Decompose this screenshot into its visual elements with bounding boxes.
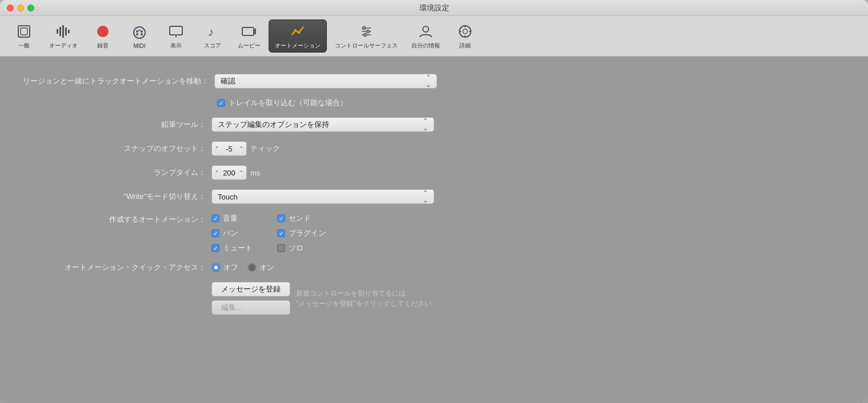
automation-item-mute: ✓ ミュート — [211, 243, 260, 253]
minimize-button[interactable] — [17, 5, 24, 11]
note-line1: 新規コントロールを割り当てるには — [296, 288, 431, 298]
toolbar: 一般 オーディオ 録音 MIDI 表示 — [0, 16, 868, 57]
tab-midi-label: MIDI — [133, 43, 145, 49]
svg-point-30 — [463, 29, 467, 34]
svg-rect-1 — [21, 28, 27, 35]
edit-button[interactable]: 編集... — [211, 300, 290, 315]
register-message-button[interactable]: メッセージを登録 — [211, 282, 290, 297]
pencil-tool-select[interactable]: ステップ編集のオプションを保持 ⌃⌄ — [211, 117, 434, 132]
svg-point-13 — [141, 33, 143, 35]
checkbox-solo[interactable] — [277, 244, 285, 252]
record-icon — [94, 22, 112, 41]
svg-rect-6 — [68, 30, 70, 33]
radio-off-button[interactable] — [211, 263, 221, 272]
chevron-icon: ⌃⌄ — [426, 74, 431, 89]
tab-score[interactable]: ♪ スコア — [195, 20, 230, 52]
svg-point-26 — [366, 30, 370, 33]
automation-item-volume: ✓ 音量 — [211, 213, 260, 224]
tab-score-label: スコア — [204, 42, 221, 50]
snap-down-arrow[interactable]: ˅ — [215, 146, 218, 152]
svg-point-21 — [298, 31, 300, 34]
snap-offset-stepper-wrap: ˅ -5 ˄ ティック — [211, 141, 280, 156]
label-pan: パン — [223, 228, 238, 238]
automation-icon — [289, 22, 307, 41]
svg-rect-4 — [62, 25, 64, 38]
checkbox-volume[interactable]: ✓ — [211, 214, 219, 222]
write-mode-row: "Write"モード切り替え： Touch ⌃⌄ — [23, 189, 845, 204]
ramp-up-arrow[interactable]: ˄ — [240, 170, 243, 176]
ramp-time-label: ランプタイム： — [23, 167, 211, 178]
snap-offset-value: -5 — [221, 145, 238, 153]
tab-automation[interactable]: オートメーション — [269, 19, 327, 53]
pencil-tool-label: 鉛筆ツール： — [23, 119, 211, 130]
tab-display[interactable]: 表示 — [159, 20, 193, 52]
svg-point-27 — [363, 33, 367, 37]
tab-general[interactable]: 一般 — [7, 20, 41, 52]
snap-offset-stepper[interactable]: ˅ -5 ˄ — [211, 141, 247, 156]
automation-item-pan: ✓ パン — [211, 228, 260, 238]
audio-icon — [54, 22, 73, 41]
advanced-icon — [456, 22, 474, 41]
display-icon — [167, 22, 185, 41]
svg-point-28 — [423, 26, 429, 32]
ramp-time-unit: ms — [250, 169, 260, 177]
actions-row: メッセージを登録 編集... 新規コントロールを割り当てるには "メッセージを登… — [23, 282, 845, 315]
snap-offset-label: スナップのオフセット： — [23, 143, 211, 154]
tab-display-label: 表示 — [170, 42, 182, 50]
svg-rect-3 — [59, 27, 61, 36]
tab-my-info[interactable]: 自分の情報 — [406, 20, 446, 52]
tab-movie-label: ムービー — [238, 42, 261, 50]
tab-general-label: 一般 — [18, 42, 30, 50]
svg-point-8 — [134, 27, 145, 38]
svg-rect-2 — [57, 29, 58, 34]
region-automation-select[interactable]: 確認 ⌃⌄ — [214, 74, 437, 89]
ramp-time-stepper[interactable]: ˅ 200 ˄ — [211, 165, 247, 180]
checkbox-mute[interactable]: ✓ — [211, 244, 219, 252]
radio-group: オフ オン — [211, 262, 274, 273]
tab-automation-label: オートメーション — [275, 42, 321, 50]
pencil-tool-value: ステップ編集のオプションを保持 — [218, 119, 329, 130]
quick-access-row: オートメーション・クイック・アクセス： オフ オン — [23, 262, 845, 273]
tab-audio-label: オーディオ — [49, 42, 78, 50]
radio-off-label: オフ — [223, 262, 238, 273]
note-line2: "メッセージを登録"をクリックしてください — [296, 298, 431, 309]
main-window: 環境設定 一般 オーディオ 録音 MI — [0, 0, 868, 403]
midi-icon — [130, 23, 149, 42]
general-icon — [15, 22, 33, 41]
svg-text:♪: ♪ — [208, 26, 214, 38]
svg-point-25 — [362, 26, 366, 30]
svg-rect-14 — [170, 26, 182, 35]
close-button[interactable] — [7, 5, 14, 11]
pencil-chevron-icon: ⌃⌄ — [423, 117, 428, 132]
label-send: センド — [289, 213, 311, 224]
write-mode-value: Touch — [218, 193, 238, 201]
tab-control-surface[interactable]: コントロールサーフェス — [329, 20, 403, 52]
snap-up-arrow[interactable]: ˄ — [240, 146, 243, 152]
label-plugin: プラグイン — [289, 228, 326, 238]
checkbox-send[interactable]: ✓ — [277, 214, 285, 222]
automation-item-solo: ソロ — [277, 243, 326, 253]
region-automation-label: リージョンと一緒にトラックオートメーションを移動： — [23, 76, 214, 86]
ramp-time-value: 200 — [221, 169, 238, 177]
tab-record[interactable]: 録音 — [86, 20, 120, 52]
movie-icon — [240, 22, 258, 41]
radio-on-button[interactable] — [247, 263, 257, 272]
quick-access-label: オートメーション・クイック・アクセス： — [23, 262, 211, 273]
tab-movie[interactable]: ムービー — [232, 20, 266, 52]
ramp-down-arrow[interactable]: ˅ — [215, 170, 218, 176]
write-mode-select[interactable]: Touch ⌃⌄ — [211, 189, 434, 204]
tab-audio[interactable]: オーディオ — [43, 20, 83, 52]
checkbox-plugin[interactable]: ✓ — [277, 229, 285, 237]
tab-midi[interactable]: MIDI — [122, 21, 157, 51]
label-mute: ミュート — [223, 243, 253, 253]
checkbox-pan[interactable]: ✓ — [211, 229, 219, 237]
region-automation-value: 確認 — [221, 76, 235, 86]
svg-point-10 — [138, 29, 141, 31]
region-automation-row: リージョンと一緒にトラックオートメーションを移動： 確認 ⌃⌄ — [23, 74, 845, 89]
tab-record-label: 録音 — [97, 42, 109, 50]
score-icon: ♪ — [203, 22, 222, 41]
fullscreen-button[interactable] — [27, 5, 34, 11]
traffic-lights — [7, 5, 34, 11]
tab-advanced[interactable]: 詳細 — [448, 20, 482, 52]
trail-checkbox[interactable]: ✓ — [217, 99, 225, 107]
